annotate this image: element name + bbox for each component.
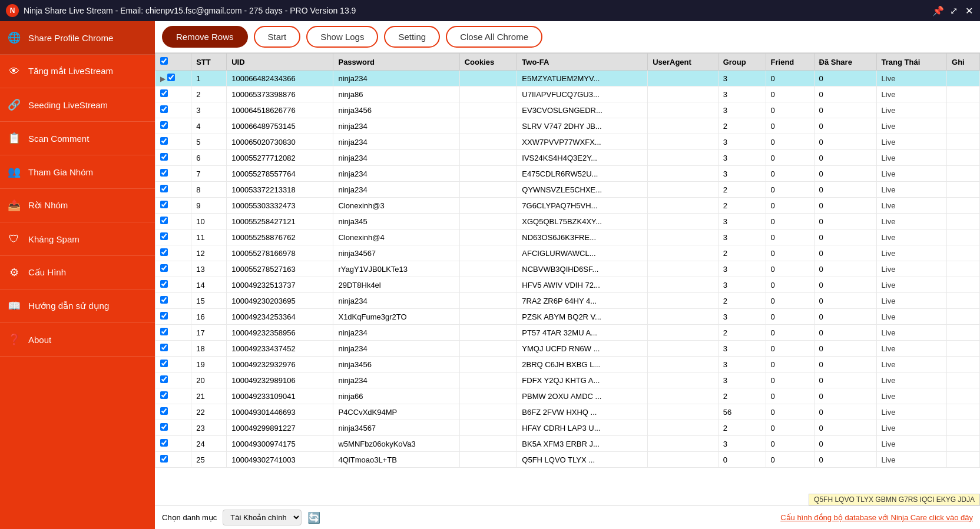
sidebar-item-huong-dan-su-dung[interactable]: 📖Hướng dẫn sử dụng <box>0 290 155 323</box>
table-row[interactable]: 12100055278166978ninja34567AFCIGLURWAWCL… <box>155 245 980 261</box>
table-row[interactable]: 7100055278557764ninja234E475CDLR6RW52U..… <box>155 166 980 182</box>
table-row[interactable]: 4100066489753145ninja234SLRV V747 2DHY J… <box>155 118 980 134</box>
select-all-checkbox[interactable] <box>160 57 168 65</box>
table-row[interactable]: 6100055277712082ninja234IVS24KS4H4Q3E2Y.… <box>155 150 980 166</box>
row-checkbox[interactable] <box>160 344 168 351</box>
row-checkbox-cell[interactable] <box>155 388 191 404</box>
sidebar-item-khang-spam[interactable]: 🛡Kháng Spam <box>0 222 155 256</box>
resize-button[interactable]: ⤢ <box>948 5 959 16</box>
row-checkbox[interactable] <box>160 232 168 240</box>
table-row[interactable]: 22100049301446693P4CCvXdK94MPB6FZ 2FVW H… <box>155 404 980 420</box>
row-checkbox-cell[interactable] <box>155 118 191 134</box>
row-checkbox-cell[interactable]: ▶ <box>155 71 191 86</box>
cell-0: 11 <box>191 229 227 245</box>
table-row[interactable]: 3100064518626776ninja3456EV3CVOSLGNGEDR.… <box>155 102 980 118</box>
row-checkbox-cell[interactable] <box>155 341 191 357</box>
row-checkbox-cell[interactable] <box>155 420 191 436</box>
start-button[interactable]: Start <box>254 26 301 48</box>
row-checkbox[interactable] <box>160 185 168 192</box>
show-logs-button[interactable]: Show Logs <box>306 26 378 48</box>
table-row[interactable]: 13100055278527163rYagY1VJB0LKTe13NCBVWB3… <box>155 261 980 277</box>
table-row[interactable]: 15100049230203695ninja2347RA2 ZR6P 64HY … <box>155 293 980 309</box>
row-checkbox-cell[interactable] <box>155 229 191 245</box>
row-checkbox[interactable] <box>160 312 168 320</box>
row-checkbox[interactable] <box>160 217 168 224</box>
table-row[interactable]: 19100049232932976ninja34562BRQ C6JH BXBG… <box>155 357 980 372</box>
table-row[interactable]: 21100049233109041ninja66PBMW 2OXU AMDC .… <box>155 388 980 404</box>
row-checkbox-cell[interactable] <box>155 214 191 229</box>
row-checkbox-cell[interactable] <box>155 325 191 341</box>
sidebar-item-roi-nhom[interactable]: 📤Rời Nhóm <box>0 189 155 222</box>
row-checkbox[interactable] <box>160 328 168 335</box>
row-checkbox[interactable] <box>160 105 168 113</box>
row-checkbox[interactable] <box>160 280 168 288</box>
row-checkbox-cell[interactable] <box>155 166 191 182</box>
row-checkbox-cell[interactable] <box>155 182 191 198</box>
row-checkbox-cell[interactable] <box>155 261 191 277</box>
row-checkbox[interactable] <box>160 248 168 256</box>
row-checkbox-cell[interactable] <box>155 309 191 325</box>
table-row[interactable]: 9100055303332473Clonexinh@37G6CLYPAQ7H5V… <box>155 198 980 214</box>
row-checkbox[interactable] <box>160 391 168 399</box>
sidebar-item-tang-mat-livestream[interactable]: 👁Tăng mắt LiveStream <box>0 55 155 88</box>
row-checkbox[interactable] <box>160 169 168 177</box>
refresh-icon[interactable]: 🔄 <box>307 511 320 524</box>
row-checkbox-cell[interactable] <box>155 357 191 372</box>
row-checkbox[interactable] <box>160 153 168 161</box>
table-row[interactable]: 18100049233437452ninja234YMQJ UCFD RN6W … <box>155 341 980 357</box>
row-checkbox[interactable] <box>160 201 168 208</box>
sidebar-item-tham-gia-nhom[interactable]: 👥Tham Gia Nhóm <box>0 155 155 189</box>
row-checkbox[interactable] <box>160 439 168 447</box>
table-row[interactable]: 17100049232358956ninja234PT57 4TAR 32MU … <box>155 325 980 341</box>
table-container[interactable]: STTUIDPasswordCookiesTwo-FAUserAgentGrou… <box>155 53 980 505</box>
sidebar-item-share-profile-chrome[interactable]: 🌐Share Profile Chrome <box>0 21 155 55</box>
row-checkbox-cell[interactable] <box>155 86 191 102</box>
table-row[interactable]: 1410004923251373729DT8Hk4elHFV5 AWIV VDI… <box>155 277 980 293</box>
danh-muc-select[interactable]: Tài Khoản chínhTài Khoản phụ <box>223 510 302 525</box>
row-checkbox-cell[interactable] <box>155 436 191 452</box>
row-checkbox[interactable] <box>160 423 168 431</box>
sidebar-item-about[interactable]: ❓About <box>0 323 155 357</box>
row-checkbox[interactable] <box>160 407 168 415</box>
row-checkbox[interactable] <box>167 74 175 81</box>
setting-button[interactable]: Setting <box>384 26 440 48</box>
row-checkbox-cell[interactable] <box>155 404 191 420</box>
row-checkbox[interactable] <box>160 137 168 145</box>
row-checkbox-cell[interactable] <box>155 134 191 150</box>
row-checkbox-cell[interactable] <box>155 150 191 166</box>
table-row[interactable]: 251000493027410034QlTmoao3L+TBQ5FH LQVO … <box>155 452 980 468</box>
table-row[interactable]: 23100049299891227ninja34567HFAY CDRH LAP… <box>155 420 980 436</box>
table-row[interactable]: 20100049232989106ninja234FDFX Y2QJ KHTG … <box>155 372 980 388</box>
table-row[interactable]: 24100049300974175w5MNFbz06okyKoVa3BK5A X… <box>155 436 980 452</box>
table-row[interactable]: 10100055258427121ninja345XGQ5QBL75BZK4XY… <box>155 214 980 229</box>
row-checkbox-cell[interactable] <box>155 198 191 214</box>
row-checkbox-cell[interactable] <box>155 372 191 388</box>
table-row[interactable]: 8100053372213318ninja234QYWNSVZLE5CHXE..… <box>155 182 980 198</box>
row-checkbox-cell[interactable] <box>155 277 191 293</box>
close-all-chrome-button[interactable]: Close All Chrome <box>446 26 542 48</box>
sidebar-item-scan-comment[interactable]: 📋Scan Comment <box>0 122 155 155</box>
table-row[interactable]: 2100065373398876ninja86U7IIAPVFUCQ7GU3..… <box>155 86 980 102</box>
table-row[interactable]: 16100049234253364X1dKqFume3gr2TOPZSK ABY… <box>155 309 980 325</box>
db-sync-link[interactable]: Cấu hình đồng bộ database với Ninja Care… <box>780 513 973 522</box>
table-row[interactable]: 5100065020730830ninja234XXW7PVVP77WXFX..… <box>155 134 980 150</box>
row-checkbox[interactable] <box>160 89 168 97</box>
close-button[interactable]: ✕ <box>964 5 974 16</box>
pin-button[interactable]: 📌 <box>933 5 943 16</box>
row-checkbox[interactable] <box>160 375 168 383</box>
row-checkbox[interactable] <box>160 455 168 463</box>
row-checkbox-cell[interactable] <box>155 452 191 468</box>
table-row[interactable]: 11100055258876762Clonexinh@4ND63OS6J6K3F… <box>155 229 980 245</box>
cell-6: 2 <box>718 293 766 309</box>
row-checkbox-cell[interactable] <box>155 102 191 118</box>
table-row[interactable]: ▶ 1100066482434366ninja234E5MZYATUEM2MYV… <box>155 71 980 86</box>
row-checkbox[interactable] <box>160 264 168 272</box>
row-checkbox-cell[interactable] <box>155 245 191 261</box>
row-checkbox[interactable] <box>160 360 168 367</box>
sidebar-item-seeding-livestream[interactable]: 🔗Seeding LiveStream <box>0 88 155 122</box>
row-checkbox-cell[interactable] <box>155 293 191 309</box>
row-checkbox[interactable] <box>160 121 168 129</box>
sidebar-item-cau-hinh[interactable]: ⚙Cấu Hình <box>0 256 155 290</box>
row-checkbox[interactable] <box>160 296 168 304</box>
remove-rows-button[interactable]: Remove Rows <box>162 26 248 48</box>
